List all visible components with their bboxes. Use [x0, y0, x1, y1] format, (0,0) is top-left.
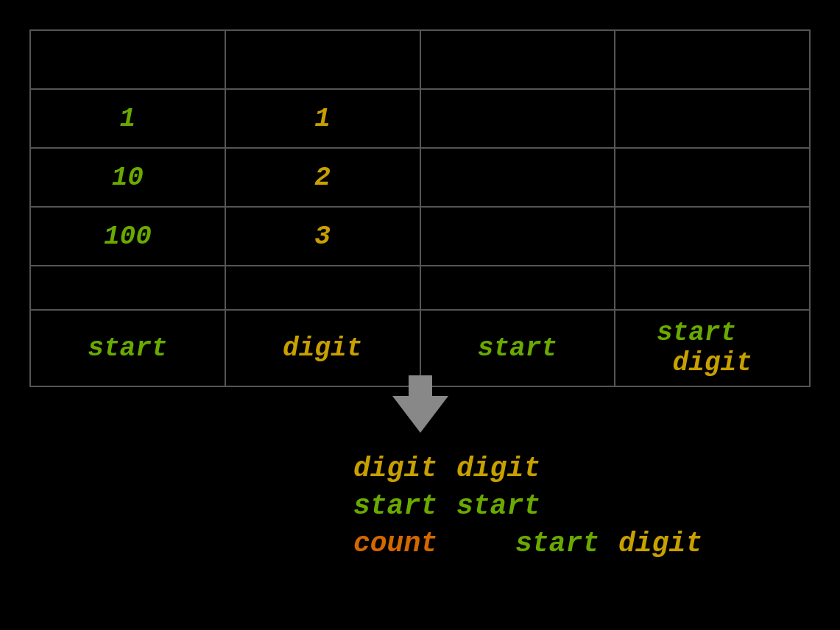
cell — [420, 266, 615, 310]
main-container: 1 1 10 2 100 3 — [0, 0, 840, 630]
bottom-row-3: count start digit — [353, 528, 721, 559]
cell-label: start digit — [615, 310, 810, 386]
cell-value: 3 — [225, 207, 420, 266]
label-count: count — [353, 528, 442, 559]
table-row: 100 3 — [30, 207, 810, 266]
arrow-stem — [409, 375, 432, 396]
cell — [30, 266, 225, 310]
label-digit-3: digit — [618, 528, 707, 559]
table-row — [30, 266, 810, 310]
bottom-section: digit digit start start count start digi… — [353, 453, 721, 565]
cell-value — [615, 207, 810, 266]
cell-value — [615, 89, 810, 148]
label-digit-2: digit — [456, 453, 545, 484]
main-table: 1 1 10 2 100 3 — [29, 29, 811, 387]
cell — [30, 30, 225, 89]
table-row — [30, 30, 810, 89]
cell-value: 10 — [30, 148, 225, 207]
label-start-3: start — [515, 528, 604, 559]
cell-label: start — [420, 310, 615, 386]
cell — [615, 266, 810, 310]
cell — [225, 266, 420, 310]
table-row: 1 1 — [30, 89, 810, 148]
cell-value: 1 — [30, 89, 225, 148]
label-digit-1: digit — [353, 453, 442, 484]
table-row: 10 2 — [30, 148, 810, 207]
cell-value: 2 — [225, 148, 420, 207]
arrow-section — [392, 375, 448, 433]
cell-value — [420, 89, 615, 148]
cell — [615, 30, 810, 89]
cell-label: digit — [225, 310, 420, 386]
bottom-row-1: digit digit — [353, 453, 721, 484]
cell-value: 1 — [225, 89, 420, 148]
cell-value: 100 — [30, 207, 225, 266]
label-start-1: start — [353, 490, 442, 522]
cell-value — [420, 207, 615, 266]
table-section: 1 1 10 2 100 3 — [29, 29, 811, 387]
cell — [225, 30, 420, 89]
label-start-2: start — [456, 490, 545, 522]
cell-value — [615, 148, 810, 207]
cell-value — [420, 148, 615, 207]
label-start: start — [657, 318, 736, 348]
cell-label: start — [30, 310, 225, 386]
arrow-head — [392, 396, 448, 433]
cell — [420, 30, 615, 89]
bottom-row-2: start start — [353, 490, 721, 522]
label-digit: digit — [673, 348, 752, 378]
